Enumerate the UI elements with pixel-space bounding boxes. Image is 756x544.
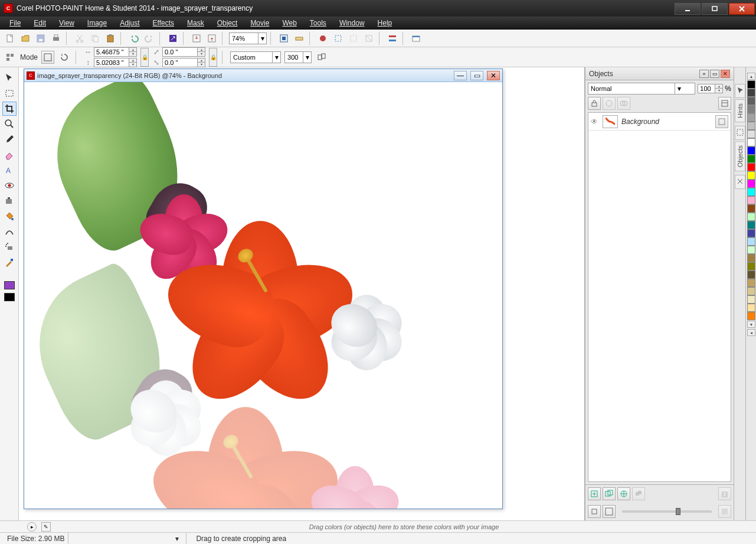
zoom-tool[interactable]	[2, 117, 17, 131]
palette-color[interactable]	[747, 279, 755, 287]
palette-color[interactable]	[747, 246, 755, 254]
close-tab-icon[interactable]	[735, 175, 745, 189]
eraser-tool[interactable]	[2, 148, 17, 162]
combine-button[interactable]	[632, 487, 645, 500]
palette-color[interactable]	[747, 188, 755, 196]
palette-color[interactable]	[747, 89, 755, 97]
export-button[interactable]	[205, 32, 218, 45]
visibility-icon[interactable]: 👁	[591, 118, 599, 126]
mask-marquee-button[interactable]	[332, 32, 345, 45]
palette-down[interactable]: ▾	[747, 321, 755, 328]
palette-color[interactable]	[747, 271, 755, 279]
red-eye-tool[interactable]	[2, 178, 17, 193]
thumbnail-large-button[interactable]	[603, 505, 616, 518]
layer-name[interactable]: Background	[621, 118, 659, 126]
zoom-input[interactable]	[230, 33, 258, 44]
zoom-dropdown-icon[interactable]: ▾	[258, 33, 266, 44]
paint-tool[interactable]	[2, 255, 17, 269]
lock-transparency-button[interactable]	[588, 97, 601, 110]
palette-color[interactable]	[747, 105, 755, 113]
menu-web[interactable]: Web	[276, 18, 302, 28]
width-input[interactable]: ▴▾	[94, 47, 137, 57]
eyedropper-tool[interactable]	[2, 132, 17, 146]
menu-effects[interactable]: Effects	[147, 18, 180, 28]
object-properties-button[interactable]	[718, 97, 731, 110]
menu-help[interactable]: Help	[372, 18, 398, 28]
palette-color[interactable]	[747, 237, 755, 246]
palette-color[interactable]	[747, 295, 755, 304]
crop-tool[interactable]	[2, 102, 17, 116]
docker-minimize-button[interactable]: ▭	[710, 70, 719, 78]
new-lens-button[interactable]	[603, 97, 616, 110]
opacity-input[interactable]: ▴▾	[698, 84, 723, 93]
maximize-button[interactable]	[702, 3, 728, 15]
doc-minimize-button[interactable]: —	[454, 71, 467, 80]
palette-play-button[interactable]: ▸	[27, 522, 37, 532]
rulers-button[interactable]	[293, 32, 306, 45]
object-marquee-button[interactable]	[347, 32, 360, 45]
new-object-button[interactable]	[588, 487, 601, 500]
mask-rectangle-tool[interactable]	[2, 86, 17, 100]
palette-color[interactable]	[747, 221, 755, 229]
menu-tools[interactable]: Tools	[304, 18, 332, 28]
lock-offset-button[interactable]: 🔒	[209, 48, 217, 67]
print-button[interactable]	[50, 32, 63, 45]
mask-overlay-button[interactable]	[316, 32, 329, 45]
docker-close-button[interactable]: ✕	[721, 70, 730, 78]
layer-options-button[interactable]	[715, 115, 728, 128]
mode-normal-button[interactable]	[41, 51, 54, 64]
palette-color[interactable]	[747, 180, 755, 188]
dy-input[interactable]: ▴▾	[162, 58, 205, 67]
height-input[interactable]: ▴▾	[94, 58, 137, 67]
redo-button[interactable]	[143, 32, 156, 45]
menu-view[interactable]: View	[53, 18, 80, 28]
options-icon[interactable]	[4, 51, 17, 64]
zoom-combo[interactable]: ▾	[229, 32, 267, 44]
undo-button[interactable]	[127, 32, 140, 45]
palette-up[interactable]: ▴	[747, 73, 755, 80]
new-group-button[interactable]	[603, 487, 616, 500]
launch-button[interactable]	[166, 32, 179, 45]
text-tool[interactable]: A	[2, 163, 17, 177]
menu-window[interactable]: Window	[333, 18, 371, 28]
status-dropdown[interactable]: ▾	[74, 533, 186, 544]
palette-color[interactable]	[747, 97, 755, 105]
docker-collapse-button[interactable]: »	[699, 70, 709, 78]
palette-color[interactable]	[747, 262, 755, 271]
menu-object[interactable]: Object	[211, 18, 244, 28]
palette-color[interactable]	[747, 171, 755, 180]
effect-tool[interactable]	[2, 224, 17, 239]
palette-color[interactable]	[747, 155, 755, 163]
thumbnail-size-slider[interactable]	[622, 510, 712, 513]
menu-file[interactable]: File	[4, 18, 27, 28]
menu-image[interactable]: Image	[81, 18, 113, 28]
delete-object-button[interactable]	[718, 487, 731, 500]
palette-color[interactable]	[747, 163, 755, 171]
palette-eyedropper-button[interactable]: ✎	[41, 522, 51, 532]
palette-flyout[interactable]: ◂	[747, 329, 755, 336]
objects-tab-icon[interactable]	[735, 126, 745, 140]
menu-adjust[interactable]: Adjust	[114, 18, 145, 28]
foreground-color[interactable]	[4, 281, 15, 289]
palette-color[interactable]	[747, 312, 755, 320]
palette-color[interactable]	[747, 213, 755, 221]
import-button[interactable]	[190, 32, 203, 45]
hints-tab-icon[interactable]	[735, 84, 745, 98]
minimize-button[interactable]	[675, 3, 701, 15]
hints-tab[interactable]: Hints	[735, 99, 745, 122]
doc-close-button[interactable]: ✕	[487, 71, 500, 80]
new-button[interactable]	[4, 32, 17, 45]
clone-tool[interactable]	[2, 194, 17, 208]
canvas[interactable]	[24, 82, 502, 509]
pick-tool[interactable]	[2, 71, 17, 85]
background-color[interactable]	[4, 293, 15, 301]
copy-button[interactable]	[89, 32, 102, 45]
cut-button[interactable]	[73, 32, 86, 45]
palette-color[interactable]	[747, 287, 755, 295]
palette-color[interactable]	[747, 196, 755, 204]
palette-color[interactable]	[747, 130, 755, 138]
image-sprayer-tool[interactable]	[2, 240, 17, 254]
new-from-mask-button[interactable]	[617, 487, 630, 500]
menu-movie[interactable]: Movie	[244, 18, 275, 28]
palette-color[interactable]	[747, 138, 755, 146]
